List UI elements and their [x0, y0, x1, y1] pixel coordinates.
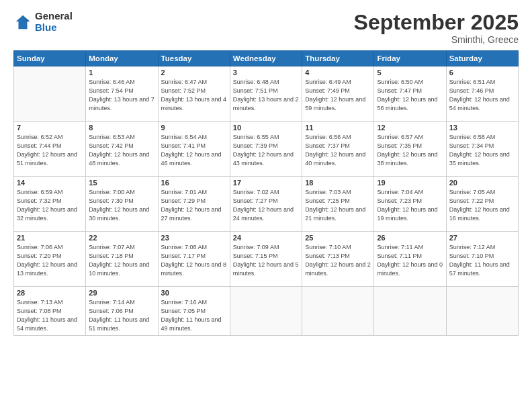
calendar-body: 1Sunrise: 6:46 AMSunset: 7:54 PMDaylight… — [14, 66, 519, 336]
day-number: 9 — [161, 124, 227, 132]
day-number: 6 — [449, 68, 515, 77]
table-row: 6Sunrise: 6:51 AMSunset: 7:46 PMDaylight… — [446, 66, 518, 122]
day-info: Sunrise: 7:09 AMSunset: 7:15 PMDaylight:… — [233, 243, 299, 278]
table-row: 22Sunrise: 7:07 AMSunset: 7:18 PMDayligh… — [86, 232, 158, 287]
table-row: 26Sunrise: 7:11 AMSunset: 7:11 PMDayligh… — [374, 232, 446, 287]
table-row: 5Sunrise: 6:50 AMSunset: 7:47 PMDaylight… — [374, 66, 446, 122]
day-info: Sunrise: 7:04 AMSunset: 7:23 PMDaylight:… — [377, 188, 443, 223]
table-row: 25Sunrise: 7:10 AMSunset: 7:13 PMDayligh… — [302, 232, 374, 287]
day-info: Sunrise: 6:49 AMSunset: 7:49 PMDaylight:… — [305, 78, 371, 113]
day-number: 30 — [161, 289, 227, 297]
title-month: September 2025 — [354, 11, 519, 34]
col-thursday: Thursday — [302, 51, 374, 66]
table-row: 24Sunrise: 7:09 AMSunset: 7:15 PMDayligh… — [230, 232, 302, 287]
col-monday: Monday — [86, 51, 158, 66]
svg-marker-0 — [16, 15, 30, 29]
table-row: 23Sunrise: 7:08 AMSunset: 7:17 PMDayligh… — [158, 232, 230, 287]
table-row: 16Sunrise: 7:01 AMSunset: 7:29 PMDayligh… — [158, 177, 230, 232]
day-info: Sunrise: 6:51 AMSunset: 7:46 PMDaylight:… — [449, 78, 515, 113]
day-number: 28 — [17, 289, 83, 297]
title-block: September 2025 Sminthi, Greece — [354, 11, 519, 45]
header: General Blue September 2025 Sminthi, Gre… — [13, 11, 519, 45]
day-number: 26 — [377, 234, 443, 242]
day-info: Sunrise: 6:57 AMSunset: 7:35 PMDaylight:… — [377, 133, 443, 168]
table-row: 10Sunrise: 6:55 AMSunset: 7:39 PMDayligh… — [230, 122, 302, 177]
title-location: Sminthi, Greece — [354, 34, 519, 45]
header-row: Sunday Monday Tuesday Wednesday Thursday… — [14, 51, 519, 66]
col-friday: Friday — [374, 51, 446, 66]
day-info: Sunrise: 6:55 AMSunset: 7:39 PMDaylight:… — [233, 133, 299, 168]
day-number: 23 — [161, 234, 227, 242]
table-row: 28Sunrise: 7:13 AMSunset: 7:08 PMDayligh… — [14, 287, 86, 336]
day-number: 8 — [89, 124, 154, 132]
day-number: 22 — [89, 234, 154, 242]
day-info: Sunrise: 7:16 AMSunset: 7:05 PMDaylight:… — [161, 298, 227, 333]
day-info: Sunrise: 7:11 AMSunset: 7:11 PMDaylight:… — [377, 243, 443, 278]
table-row: 7Sunrise: 6:52 AMSunset: 7:44 PMDaylight… — [14, 122, 86, 177]
day-info: Sunrise: 7:06 AMSunset: 7:20 PMDaylight:… — [17, 243, 83, 278]
logo-general-text: General — [35, 11, 73, 22]
table-row: 3Sunrise: 6:48 AMSunset: 7:51 PMDaylight… — [230, 66, 302, 122]
day-info: Sunrise: 7:05 AMSunset: 7:22 PMDaylight:… — [449, 188, 515, 223]
day-info: Sunrise: 6:54 AMSunset: 7:41 PMDaylight:… — [161, 133, 227, 168]
day-info: Sunrise: 6:48 AMSunset: 7:51 PMDaylight:… — [233, 78, 299, 113]
day-info: Sunrise: 7:12 AMSunset: 7:10 PMDaylight:… — [449, 243, 515, 278]
day-info: Sunrise: 6:58 AMSunset: 7:34 PMDaylight:… — [449, 133, 515, 168]
table-row: 4Sunrise: 6:49 AMSunset: 7:49 PMDaylight… — [302, 66, 374, 122]
day-info: Sunrise: 7:01 AMSunset: 7:29 PMDaylight:… — [161, 188, 227, 223]
day-number: 27 — [449, 234, 515, 242]
day-number: 19 — [377, 179, 443, 187]
day-number: 25 — [305, 234, 371, 242]
table-row — [14, 66, 86, 122]
table-row: 14Sunrise: 6:59 AMSunset: 7:32 PMDayligh… — [14, 177, 86, 232]
day-number: 2 — [161, 68, 227, 77]
day-number: 15 — [89, 179, 154, 187]
table-row: 20Sunrise: 7:05 AMSunset: 7:22 PMDayligh… — [446, 177, 518, 232]
day-info: Sunrise: 6:53 AMSunset: 7:42 PMDaylight:… — [89, 133, 154, 168]
day-number: 10 — [233, 124, 299, 132]
table-row: 29Sunrise: 7:14 AMSunset: 7:06 PMDayligh… — [86, 287, 158, 336]
day-info: Sunrise: 7:10 AMSunset: 7:13 PMDaylight:… — [305, 243, 371, 278]
logo-icon — [13, 13, 32, 32]
day-number: 17 — [233, 179, 299, 187]
table-row: 27Sunrise: 7:12 AMSunset: 7:10 PMDayligh… — [446, 232, 518, 287]
day-number: 7 — [17, 124, 83, 132]
table-row — [374, 287, 446, 336]
table-row — [302, 287, 374, 336]
day-info: Sunrise: 6:46 AMSunset: 7:54 PMDaylight:… — [89, 78, 154, 113]
table-row: 18Sunrise: 7:03 AMSunset: 7:25 PMDayligh… — [302, 177, 374, 232]
table-row: 11Sunrise: 6:56 AMSunset: 7:37 PMDayligh… — [302, 122, 374, 177]
table-row — [230, 287, 302, 336]
page: General Blue September 2025 Sminthi, Gre… — [0, 0, 532, 411]
day-info: Sunrise: 7:08 AMSunset: 7:17 PMDaylight:… — [161, 243, 227, 278]
table-row: 21Sunrise: 7:06 AMSunset: 7:20 PMDayligh… — [14, 232, 86, 287]
day-info: Sunrise: 7:02 AMSunset: 7:27 PMDaylight:… — [233, 188, 299, 223]
table-row — [446, 287, 518, 336]
table-row: 12Sunrise: 6:57 AMSunset: 7:35 PMDayligh… — [374, 122, 446, 177]
day-number: 5 — [377, 68, 443, 77]
day-number: 4 — [305, 68, 371, 77]
table-row: 1Sunrise: 6:46 AMSunset: 7:54 PMDaylight… — [86, 66, 158, 122]
day-info: Sunrise: 7:00 AMSunset: 7:30 PMDaylight:… — [89, 188, 154, 223]
table-row: 19Sunrise: 7:04 AMSunset: 7:23 PMDayligh… — [374, 177, 446, 232]
day-info: Sunrise: 7:03 AMSunset: 7:25 PMDaylight:… — [305, 188, 371, 223]
day-info: Sunrise: 7:14 AMSunset: 7:06 PMDaylight:… — [89, 298, 154, 333]
day-number: 13 — [449, 124, 515, 132]
day-info: Sunrise: 6:50 AMSunset: 7:47 PMDaylight:… — [377, 78, 443, 113]
table-row: 13Sunrise: 6:58 AMSunset: 7:34 PMDayligh… — [446, 122, 518, 177]
day-info: Sunrise: 6:59 AMSunset: 7:32 PMDaylight:… — [17, 188, 83, 223]
table-row: 9Sunrise: 6:54 AMSunset: 7:41 PMDaylight… — [158, 122, 230, 177]
day-number: 16 — [161, 179, 227, 187]
day-number: 20 — [449, 179, 515, 187]
col-wednesday: Wednesday — [230, 51, 302, 66]
day-number: 18 — [305, 179, 371, 187]
logo: General Blue — [13, 11, 73, 33]
day-number: 14 — [17, 179, 83, 187]
table-row: 2Sunrise: 6:47 AMSunset: 7:52 PMDaylight… — [158, 66, 230, 122]
day-info: Sunrise: 6:56 AMSunset: 7:37 PMDaylight:… — [305, 133, 371, 168]
day-number: 29 — [89, 289, 154, 297]
col-tuesday: Tuesday — [158, 51, 230, 66]
table-row: 15Sunrise: 7:00 AMSunset: 7:30 PMDayligh… — [86, 177, 158, 232]
col-saturday: Saturday — [446, 51, 518, 66]
day-number: 3 — [233, 68, 299, 77]
